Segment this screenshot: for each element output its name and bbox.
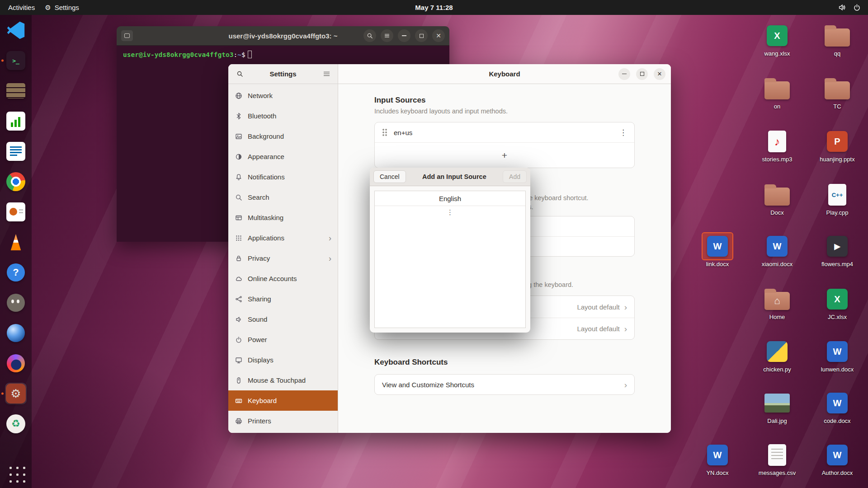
folder-icon (825, 81, 850, 99)
drag-handle-icon[interactable] (382, 128, 387, 136)
dock-item-vlc[interactable] (5, 231, 27, 253)
gimp-icon (7, 294, 25, 312)
dock-item-files[interactable] (5, 80, 27, 102)
settings-headerbar: Settings Keyboard ✕ (228, 64, 671, 84)
desktop-icon-lunwen-docx[interactable]: Wlunwen.docx (816, 338, 859, 373)
language-item-english[interactable]: English (375, 191, 525, 206)
desktop-icon-code-docx[interactable]: Wcode.docx (816, 390, 859, 424)
sidebar-item-printers[interactable]: Printers (228, 411, 338, 431)
dock-item-settings[interactable]: ⚙ (5, 383, 27, 404)
word-file-icon: W (707, 445, 728, 465)
file-icon (762, 390, 792, 416)
cloud-icon (235, 275, 243, 282)
add-input-source-button[interactable]: + (375, 142, 634, 168)
sidebar-item-privacy[interactable]: Privacy› (228, 248, 338, 268)
desktop-icon-link-docx[interactable]: Wlink.docx (696, 233, 739, 267)
minimize-icon (402, 35, 406, 36)
desktop-icon-wang-xlsx[interactable]: Xwang.xlsx (755, 23, 799, 57)
spreadsheet-file-icon: X (767, 25, 788, 46)
desktop-icon-xiaomi-docx[interactable]: Wxiaomi.docx (755, 233, 799, 267)
dialog-add-button[interactable]: Add (503, 170, 527, 183)
sidebar-item-label: Power (248, 336, 267, 343)
sidebar-item-mouse-touchpad[interactable]: Mouse & Touchpad (228, 370, 338, 390)
dock-item-writer[interactable] (5, 141, 27, 162)
desktop-icon-chicken-py[interactable]: chicken.py (755, 338, 799, 373)
applications-icon (235, 235, 243, 242)
dock-item-updater[interactable]: ♻ (5, 413, 27, 435)
close-icon: ✕ (657, 70, 662, 77)
new-tab-icon (124, 33, 130, 38)
settings-menu-button[interactable] (320, 67, 333, 81)
desktop-icon-jc-xlsx[interactable]: XJC.xlsx (816, 286, 859, 320)
dock-item-impress[interactable] (5, 201, 27, 223)
activities-button[interactable]: Activities (8, 4, 35, 11)
desktop-icon-stories-mp3[interactable]: ♪stories.mp3 (755, 128, 799, 163)
terminal-menu-button[interactable] (381, 29, 393, 42)
file-label: lunwen.docx (816, 366, 859, 373)
sidebar-item-multitasking[interactable]: Multitasking (228, 207, 338, 228)
sidebar-item-label: Printers (248, 417, 271, 425)
terminal-close-button[interactable]: ✕ (432, 29, 445, 42)
show-applications-button[interactable] (6, 464, 25, 483)
sidebar-item-bluetooth[interactable]: Bluetooth (228, 106, 338, 126)
sidebar-item-label: Applications (248, 234, 284, 242)
sidebar-item-appearance[interactable]: Appearance (228, 146, 338, 167)
sidebar-item-sharing[interactable]: Sharing (228, 289, 338, 309)
panel-header: Keyboard ✕ (338, 64, 671, 84)
dialog-body: English ⋮ (370, 186, 530, 333)
word-file-icon: W (827, 393, 848, 413)
clock[interactable]: May 7 11:28 (415, 4, 453, 11)
file-label: JC.xlsx (816, 314, 859, 320)
mouse-icon (235, 377, 243, 384)
dock-item-vscode[interactable] (5, 19, 27, 41)
sidebar-item-online-accounts[interactable]: Online Accounts (228, 268, 338, 289)
panel-title: Keyboard (489, 70, 520, 78)
desktop-icon-messages-csv[interactable]: messages.csv (755, 442, 799, 476)
desktop-icon-flowers-mp4[interactable]: ▶flowers.mp4 (816, 233, 859, 267)
sidebar-item-keyboard[interactable]: Keyboard (228, 390, 338, 411)
dock-item-terminal[interactable]: >_ (5, 50, 27, 71)
dock-item-calc[interactable] (5, 110, 27, 132)
input-source-row[interactable]: en+us ⋮ (375, 122, 634, 142)
sidebar-item-notifications[interactable]: Notifications (228, 167, 338, 187)
dock-item-chrome[interactable] (5, 171, 27, 192)
dock-item-help[interactable]: ? (5, 262, 27, 283)
desktop-icon-author-docx[interactable]: WAuthor.docx (816, 442, 859, 476)
sidebar-item-background[interactable]: Background (228, 126, 338, 146)
dock-item-globe[interactable] (5, 322, 27, 344)
sidebar-item-applications[interactable]: Applications› (228, 228, 338, 248)
sidebar-item-power[interactable]: Power (228, 329, 338, 350)
hamburger-menu-icon (324, 72, 330, 76)
desktop-icon-tc[interactable]: TC (816, 75, 859, 110)
minimize-button[interactable] (618, 68, 630, 80)
settings-search-button[interactable] (233, 67, 246, 81)
terminal-new-tab-button[interactable] (121, 30, 133, 41)
sidebar-item-network[interactable]: Network (228, 85, 338, 106)
desktop-icon-yn-docx[interactable]: WYN.docx (696, 442, 739, 476)
input-source-menu-button[interactable]: ⋮ (619, 128, 627, 137)
sidebar-item-sound[interactable]: Sound (228, 309, 338, 329)
desktop-icon-huanjing-pptx[interactable]: Phuanjing.pptx (816, 128, 859, 163)
sidebar-item-search[interactable]: Search (228, 187, 338, 207)
desktop-icon-qq[interactable]: qq (816, 23, 859, 57)
terminal-titlebar[interactable]: user@iv-yds8okrgg0cva4ffgto3: ~ ✕ (117, 26, 449, 46)
view-shortcuts-row[interactable]: View and Customize Shortcuts › (375, 375, 634, 394)
terminal-search-button[interactable] (363, 29, 376, 42)
desktop-icon-on[interactable]: on (755, 75, 799, 110)
system-tray[interactable] (838, 4, 868, 11)
desktop-icon-home[interactable]: ⌂Home (755, 286, 799, 320)
sidebar-item-displays[interactable]: Displays (228, 350, 338, 370)
maximize-button[interactable] (636, 68, 648, 80)
terminal-maximize-button[interactable] (415, 29, 428, 42)
dialog-cancel-button[interactable]: Cancel (373, 170, 406, 183)
close-button[interactable]: ✕ (654, 68, 665, 80)
more-languages-button[interactable]: ⋮ (375, 206, 525, 219)
dock-item-firefox[interactable] (5, 352, 27, 374)
dock-item-gimp[interactable] (5, 292, 27, 314)
desktop-icon-dali-jpg[interactable]: Dali.jpg (755, 390, 799, 424)
desktop-icon-docx[interactable]: Docx (755, 182, 799, 216)
terminal-minimize-button[interactable] (398, 29, 410, 42)
focused-app-indicator[interactable]: ⚙ Settings (45, 4, 79, 12)
prompt-symbol: $ (241, 51, 245, 58)
desktop-icon-play-cpp[interactable]: C++Play.cpp (816, 182, 859, 216)
